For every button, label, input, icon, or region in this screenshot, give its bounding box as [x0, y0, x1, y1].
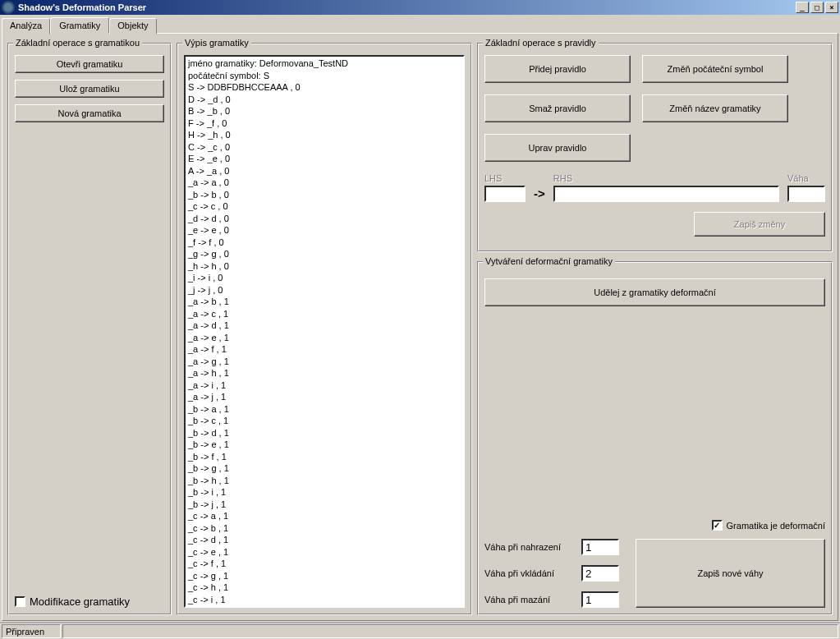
app-window: Shadow's Deformation Parser _ □ × Analýz…: [0, 0, 840, 639]
tab-objects[interactable]: Objekty: [109, 18, 156, 34]
tabstrip: Analýza Gramatiky Objekty: [2, 16, 838, 33]
close-button[interactable]: ×: [825, 2, 838, 13]
client-area: Analýza Gramatiky Objekty Základní opera…: [0, 15, 840, 623]
weight-input[interactable]: [787, 186, 825, 202]
grammar-listing-group: Výpis gramatiky jméno gramatiky: Deformo…: [177, 43, 472, 615]
weight-replace-input[interactable]: [581, 539, 619, 555]
grammar-ops-group: Základní operace s gramatikou Otevři gra…: [7, 43, 172, 615]
status-empty: [62, 624, 838, 638]
weight-insert-label: Váha při vkládání: [484, 568, 575, 578]
lhs-label: LHS: [484, 173, 526, 183]
tab-analysis[interactable]: Analýza: [2, 18, 50, 34]
app-icon: [2, 1, 15, 14]
delete-rule-button[interactable]: Smaž pravidlo: [484, 94, 631, 122]
weight-delete-input[interactable]: [581, 591, 619, 608]
titlebar: Shadow's Deformation Parser _ □ ×: [0, 0, 840, 15]
modify-grammar-checkbox[interactable]: [15, 596, 25, 607]
rule-ops-group: Základní operace s pravidly Přidej pravi…: [477, 43, 833, 252]
is-deformation-checkbox[interactable]: ✓: [712, 520, 723, 531]
change-start-symbol-button[interactable]: Změň počáteční symbol: [642, 55, 788, 83]
maximize-button[interactable]: □: [810, 2, 824, 13]
weight-label: Váha: [787, 173, 825, 183]
save-grammar-button[interactable]: Ulož gramatiku: [15, 80, 164, 98]
rhs-label: RHS: [553, 173, 779, 183]
grammar-ops-title: Základní operace s gramatikou: [13, 38, 142, 48]
rule-ops-title: Základní operace s pravidly: [483, 38, 599, 48]
tab-body: Základní operace s gramatikou Otevři gra…: [2, 33, 838, 621]
apply-changes-button[interactable]: Zapiš změny: [694, 212, 825, 237]
modify-grammar-label: Modifikace gramatiky: [30, 595, 130, 608]
save-weights-button[interactable]: Zapiš nové váhy: [636, 539, 825, 608]
weight-insert-input[interactable]: [581, 565, 619, 582]
window-title: Shadow's Deformation Parser: [18, 2, 794, 12]
statusbar: Připraven: [0, 623, 840, 639]
grammar-listbox[interactable]: jméno gramatiky: Deformovana_TestND počá…: [184, 55, 465, 608]
add-rule-button[interactable]: Přidej pravidlo: [484, 55, 631, 83]
lhs-input[interactable]: [484, 186, 526, 202]
edit-rule-button[interactable]: Uprav pravidlo: [484, 134, 631, 162]
grammar-listing-title: Výpis gramatiky: [182, 38, 251, 48]
weight-replace-label: Váha při nahrazení: [484, 542, 575, 552]
open-grammar-button[interactable]: Otevři gramatiku: [15, 55, 164, 73]
arrow-label: ->: [534, 186, 545, 202]
tab-grammars[interactable]: Gramatiky: [50, 17, 109, 34]
rename-grammar-button[interactable]: Změň název gramatiky: [642, 94, 788, 122]
is-deformation-label: Gramatika je deformační: [727, 521, 825, 531]
deform-group: Vytváření deformační gramatiky Udělej z …: [477, 261, 833, 615]
rhs-input[interactable]: [553, 186, 779, 202]
check-icon: ✓: [714, 522, 720, 530]
status-text: Připraven: [2, 624, 61, 638]
weight-delete-label: Váha při mazání: [484, 595, 575, 605]
minimize-button[interactable]: _: [796, 2, 809, 13]
make-deformation-button[interactable]: Udělej z gramatiky deformační: [484, 278, 825, 306]
new-grammar-button[interactable]: Nová gramatika: [15, 104, 164, 122]
deform-title: Vytváření deformační gramatiky: [483, 256, 615, 266]
